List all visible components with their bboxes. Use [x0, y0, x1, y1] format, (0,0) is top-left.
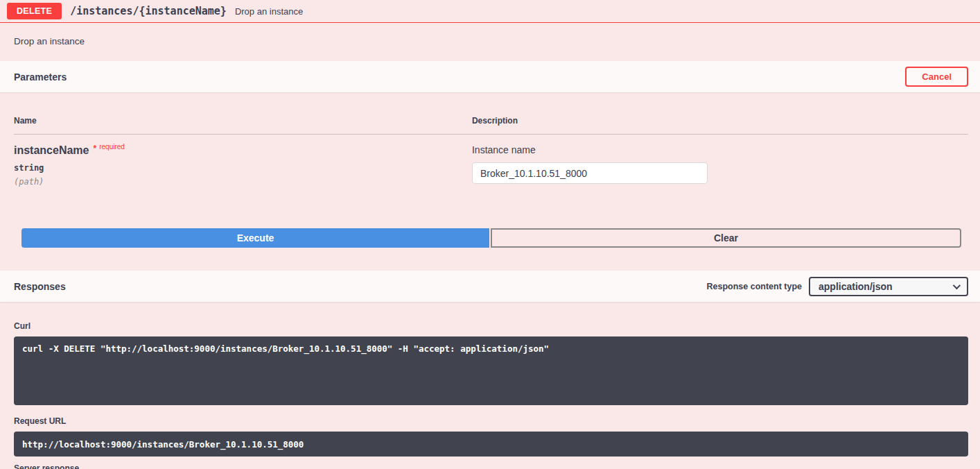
- parameter-name: instanceName: [14, 144, 89, 157]
- required-star: *: [94, 144, 97, 153]
- chevron-down-icon: [953, 281, 961, 289]
- request-url-block: http://localhost:9000/instances/Broker_1…: [14, 432, 968, 457]
- endpoint-path[interactable]: /instances/{instanceName}: [70, 5, 227, 17]
- response-content-type-value: application/json: [819, 281, 893, 292]
- parameters-table: Name Description instanceName * required…: [0, 116, 980, 187]
- description-column-header: Description: [472, 116, 968, 126]
- endpoint-summary-text: Drop an instance: [235, 6, 303, 17]
- server-response-label: Server response: [14, 463, 968, 469]
- parameter-location: (path): [14, 177, 472, 187]
- responses-body: Curl curl -X DELETE "http://localhost:90…: [0, 321, 980, 469]
- execute-button[interactable]: Execute: [21, 228, 489, 248]
- parameters-table-header-row: Name Description: [14, 116, 968, 135]
- parameter-name-cell: instanceName * required string (path): [14, 144, 472, 187]
- required-label: required: [99, 143, 125, 151]
- name-column-header: Name: [14, 116, 472, 126]
- delete-instance-opblock: DELETE /instances/{instanceName} Drop an…: [0, 0, 980, 469]
- execute-button-group: Execute Clear: [0, 187, 980, 248]
- parameter-row: instanceName * required string (path) In…: [14, 135, 968, 187]
- responses-title: Responses: [14, 281, 66, 292]
- parameters-title: Parameters: [14, 71, 67, 83]
- instance-name-input[interactable]: [472, 162, 708, 184]
- parameter-type: string: [14, 163, 472, 173]
- curl-label: Curl: [14, 321, 968, 331]
- responses-section-header: Responses Response content type applicat…: [0, 271, 980, 302]
- request-url-label: Request URL: [14, 416, 968, 426]
- endpoint-description: Drop an instance: [0, 23, 980, 61]
- endpoint-summary-bar[interactable]: DELETE /instances/{instanceName} Drop an…: [0, 0, 980, 23]
- parameter-description-label: Instance name: [472, 144, 968, 155]
- http-method-badge: DELETE: [7, 3, 62, 19]
- response-content-type-label: Response content type: [706, 282, 802, 291]
- response-content-type-select[interactable]: application/json: [809, 277, 968, 296]
- curl-command-block[interactable]: curl -X DELETE "http://localhost:9000/in…: [14, 336, 968, 405]
- parameter-description-cell: Instance name: [472, 144, 968, 187]
- response-content-type-control: Response content type application/json: [706, 277, 968, 296]
- parameters-section-header: Parameters Cancel: [0, 61, 980, 92]
- cancel-button[interactable]: Cancel: [905, 67, 968, 87]
- clear-button[interactable]: Clear: [491, 228, 961, 248]
